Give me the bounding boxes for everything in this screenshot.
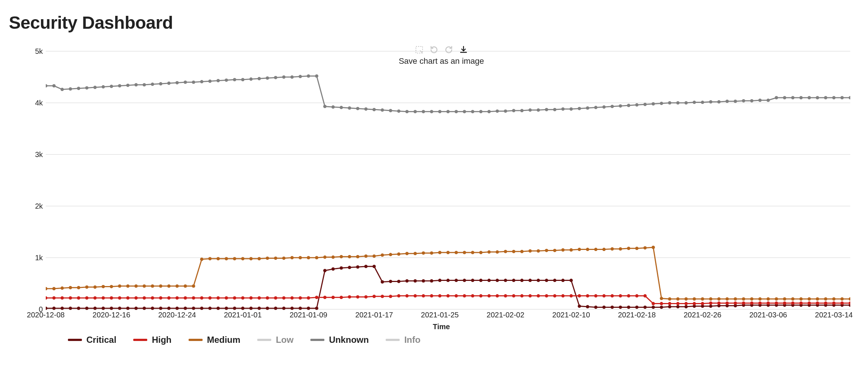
data-point[interactable] <box>208 80 211 83</box>
data-point[interactable] <box>126 84 130 87</box>
data-point[interactable] <box>840 302 844 305</box>
data-point[interactable] <box>118 296 121 300</box>
data-point[interactable] <box>93 296 97 300</box>
data-point[interactable] <box>660 306 663 309</box>
data-point[interactable] <box>537 279 540 282</box>
data-point[interactable] <box>652 102 655 105</box>
data-point[interactable] <box>175 296 179 300</box>
data-point[interactable] <box>528 294 532 297</box>
data-point[interactable] <box>758 302 762 305</box>
data-point[interactable] <box>282 296 286 300</box>
data-point[interactable] <box>496 294 499 297</box>
data-point[interactable] <box>479 110 482 113</box>
data-point[interactable] <box>594 106 597 109</box>
data-point[interactable] <box>438 279 441 282</box>
data-point[interactable] <box>233 78 236 81</box>
data-point[interactable] <box>635 103 638 107</box>
data-point[interactable] <box>389 253 392 256</box>
data-point[interactable] <box>323 296 327 299</box>
data-point[interactable] <box>159 296 162 300</box>
data-point[interactable] <box>356 107 359 110</box>
data-point[interactable] <box>110 296 113 300</box>
data-point[interactable] <box>627 104 630 107</box>
data-point[interactable] <box>520 279 524 282</box>
data-point[interactable] <box>594 306 597 309</box>
data-point[interactable] <box>447 294 450 297</box>
data-point[interactable] <box>709 297 712 301</box>
legend-item-low[interactable]: Low <box>257 335 293 345</box>
data-point[interactable] <box>726 302 729 305</box>
data-point[interactable] <box>134 83 138 87</box>
data-point[interactable] <box>61 286 64 290</box>
data-point[interactable] <box>167 307 170 310</box>
data-point[interactable] <box>594 294 597 297</box>
data-point[interactable] <box>775 302 778 305</box>
data-point[interactable] <box>569 294 573 297</box>
data-point[interactable] <box>643 294 647 297</box>
data-point[interactable] <box>85 285 89 289</box>
data-point[interactable] <box>479 251 482 254</box>
legend-item-high[interactable]: High <box>133 335 171 345</box>
data-point[interactable] <box>331 105 335 109</box>
data-point[interactable] <box>455 110 458 113</box>
data-point[interactable] <box>364 295 368 299</box>
data-point[interactable] <box>217 296 220 300</box>
data-point[interactable] <box>643 306 647 309</box>
data-point[interactable] <box>69 307 72 310</box>
data-point[interactable] <box>553 108 557 111</box>
data-point[interactable] <box>77 296 80 300</box>
data-point[interactable] <box>578 248 581 251</box>
data-point[interactable] <box>192 81 195 84</box>
data-point[interactable] <box>849 297 851 301</box>
data-point[interactable] <box>151 285 154 288</box>
data-point[interactable] <box>652 302 655 305</box>
undo-icon[interactable] <box>429 45 439 55</box>
data-point[interactable] <box>274 296 277 300</box>
data-point[interactable] <box>553 279 557 282</box>
data-point[interactable] <box>52 84 56 87</box>
data-point[interactable] <box>734 302 737 305</box>
data-point[interactable] <box>192 285 195 288</box>
data-point[interactable] <box>816 302 819 305</box>
data-point[interactable] <box>479 279 482 282</box>
data-point[interactable] <box>274 257 277 260</box>
data-point[interactable] <box>159 82 162 86</box>
data-point[interactable] <box>676 302 679 305</box>
data-point[interactable] <box>77 87 80 90</box>
data-point[interactable] <box>299 307 302 310</box>
data-point[interactable] <box>430 279 433 283</box>
data-point[interactable] <box>307 296 310 300</box>
data-point[interactable] <box>372 295 376 298</box>
data-point[interactable] <box>561 107 565 111</box>
data-point[interactable] <box>299 256 302 260</box>
data-point[interactable] <box>340 296 343 299</box>
legend-item-critical[interactable]: Critical <box>68 335 116 345</box>
data-point[interactable] <box>447 110 450 113</box>
data-point[interactable] <box>381 295 384 298</box>
data-point[interactable] <box>799 297 803 301</box>
data-point[interactable] <box>274 76 277 79</box>
data-point[interactable] <box>619 247 622 251</box>
data-point[interactable] <box>258 257 261 260</box>
data-point[interactable] <box>455 294 458 297</box>
data-point[interactable] <box>783 302 786 305</box>
data-point[interactable] <box>717 100 721 104</box>
data-point[interactable] <box>200 307 203 310</box>
data-point[interactable] <box>438 251 441 254</box>
data-point[interactable] <box>750 297 754 301</box>
box-select-icon[interactable] <box>414 45 424 55</box>
data-point[interactable] <box>69 87 72 91</box>
data-point[interactable] <box>61 307 64 310</box>
data-point[interactable] <box>545 249 548 252</box>
data-point[interactable] <box>471 279 474 282</box>
data-point[interactable] <box>405 110 409 113</box>
data-point[interactable] <box>430 251 433 255</box>
data-point[interactable] <box>405 279 409 283</box>
data-point[interactable] <box>217 79 220 82</box>
data-point[interactable] <box>52 296 56 300</box>
data-point[interactable] <box>701 101 704 104</box>
data-point[interactable] <box>134 285 138 288</box>
data-point[interactable] <box>241 78 244 81</box>
data-point[interactable] <box>545 108 548 111</box>
data-point[interactable] <box>627 247 630 250</box>
